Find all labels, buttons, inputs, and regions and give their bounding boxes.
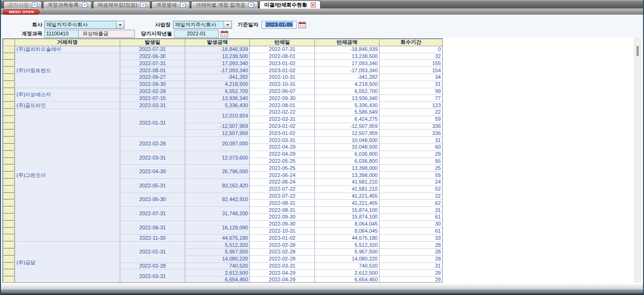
grid-section: 거래처명발생일발생금액반제일반제금액회수기간 (주)갤러리드솔레이2022-07… <box>1 38 643 289</box>
row-selector[interactable] <box>3 193 15 200</box>
collection-days-cell: 25 <box>380 165 443 172</box>
collection-days-cell: 61 <box>380 213 443 220</box>
row-selector[interactable] <box>3 207 15 214</box>
settlement-date-cell: 2023-01-02 <box>250 130 315 137</box>
occurrence-date-cell: 2022-03-31 <box>120 270 185 283</box>
row-selector[interactable] <box>3 165 15 172</box>
settlement-date-cell: 2023-01-02 <box>250 60 315 67</box>
settlement-date-cell: 2022-05-25 <box>250 165 315 172</box>
collection-days-cell: 22 <box>380 193 443 200</box>
row-selector[interactable] <box>3 220 15 228</box>
grid-column-header: 회수기간 <box>380 39 443 46</box>
row-selector[interactable] <box>3 228 15 235</box>
vertical-scrollbar[interactable] <box>634 38 641 282</box>
row-selector[interactable] <box>3 200 15 207</box>
row-selector[interactable] <box>3 81 15 88</box>
tab-close-icon[interactable]: × <box>32 2 37 8</box>
occurrence-amount-cell: 2,612,500 <box>185 270 250 277</box>
vertical-scrollbar-thumb[interactable] <box>636 46 639 56</box>
row-selector[interactable] <box>3 116 15 123</box>
occurrence-amount-cell: 16,128,090 <box>185 220 250 235</box>
account-name-input[interactable]: 외상매출금 <box>78 30 135 38</box>
tab-close-icon[interactable]: × <box>180 2 185 8</box>
settlement-amount-cell: 740,520 <box>315 262 380 270</box>
tab-close-icon[interactable]: × <box>311 2 316 8</box>
row-selector[interactable] <box>3 123 15 130</box>
workplace-select[interactable]: 제일저지주식회사 <box>173 21 232 29</box>
row-selector[interactable] <box>3 262 15 270</box>
row-selector[interactable] <box>3 137 15 144</box>
occurrence-amount-cell: 5,336,430 <box>185 102 250 109</box>
occurrence-date-cell: 2022-06-30 <box>120 53 185 60</box>
tab-2[interactable]: 계정과목등록× <box>43 1 92 8</box>
status-bar <box>1 289 643 295</box>
base-date-value: 2023-01-05 <box>265 22 293 27</box>
period-start-calendar-button[interactable] <box>221 30 228 37</box>
grid-header-row: 거래처명발생일발생금액반제일반제금액회수기간 <box>3 39 443 46</box>
settlement-amount-cell: 13,398,000 <box>315 165 380 172</box>
account-code-input[interactable]: 11100410 <box>44 30 79 38</box>
tab-close-icon[interactable]: × <box>248 2 254 8</box>
occurrence-date-cell: 2022-03-31 <box>120 151 185 165</box>
table-row: (주)골드라인2022-03-315,336,4302022-08-015,33… <box>3 102 443 109</box>
grid-column-header: 발생금액 <box>185 39 250 46</box>
row-selector[interactable] <box>3 185 15 193</box>
tab-5[interactable]: 거래처별 계정 집계표× <box>191 1 258 8</box>
occurrence-amount-cell: -12,507,959 <box>185 123 250 130</box>
settlement-date-cell: 2022-09-30 <box>250 95 315 102</box>
row-selector[interactable] <box>3 88 15 95</box>
tab-close-icon[interactable]: × <box>82 2 87 8</box>
row-selector[interactable] <box>3 172 15 179</box>
collection-days-cell: 29 <box>380 277 443 283</box>
chevron-down-icon <box>116 21 124 28</box>
settlement-amount-cell: 6,036,800 <box>315 151 380 158</box>
row-selector[interactable] <box>3 74 15 81</box>
row-selector[interactable] <box>3 248 15 255</box>
row-selector[interactable] <box>3 95 15 102</box>
settlement-date-cell: 2023-01-02 <box>250 123 315 130</box>
occurrence-amount-cell: 740,520 <box>185 262 250 270</box>
row-selector[interactable] <box>3 242 15 249</box>
period-start-input[interactable]: 2022-01 <box>174 30 219 38</box>
row-selector[interactable] <box>3 60 15 67</box>
tab-label: 계정과목등록 <box>48 1 79 8</box>
row-selector[interactable] <box>3 277 15 283</box>
menu-open-button[interactable]: MENU OPEN <box>3 9 40 15</box>
tab-4[interactable]: 계정명세× <box>151 1 190 8</box>
row-selector[interactable] <box>3 178 15 185</box>
row-selector[interactable] <box>3 158 15 165</box>
occurrence-amount-cell: 31,748,200 <box>185 207 250 221</box>
settlement-amount-cell: 6,424,275 <box>315 116 380 123</box>
collection-days-cell: 60 <box>380 143 443 151</box>
settlement-date-cell: 2022-08-31 <box>250 207 315 214</box>
row-selector[interactable] <box>3 109 15 116</box>
collection-days-cell: 55 <box>380 158 443 165</box>
row-selector[interactable] <box>3 143 15 151</box>
tab-6[interactable]: 미결/반제회수현황× <box>259 0 320 8</box>
horizontal-scrollbar[interactable] <box>1 283 643 289</box>
row-selector[interactable] <box>3 130 15 137</box>
tab-close-icon[interactable]: × <box>140 2 146 8</box>
company-select[interactable]: 제일저지주식회사 <box>44 21 124 29</box>
settlement-date-cell: 2022-02-22 <box>250 109 315 116</box>
calendar-icon <box>221 30 228 37</box>
settlement-amount-cell: 10,048,500 <box>315 137 380 144</box>
base-date-input[interactable]: 2023-01-05 <box>262 21 297 29</box>
table-row: (주)그린조이2022-01-3112,010,9242022-02-225,5… <box>3 109 443 116</box>
row-selector[interactable] <box>3 46 15 53</box>
row-selector[interactable] <box>3 151 15 158</box>
tab-3[interactable]: 채권채무장(전표)× <box>93 1 150 8</box>
row-selector[interactable] <box>3 67 15 74</box>
occurrence-date-cell: 2022-03-31 <box>120 102 185 109</box>
row-selector[interactable] <box>3 102 15 109</box>
collection-days-cell: 31 <box>380 207 443 214</box>
settlement-date-cell: 2022-05-25 <box>250 158 315 165</box>
row-selector[interactable] <box>3 53 15 60</box>
row-selector[interactable] <box>3 255 15 262</box>
tab-1[interactable]: 공지사항× <box>3 1 42 8</box>
row-selector[interactable] <box>3 213 15 220</box>
base-date-calendar-button[interactable] <box>298 21 306 28</box>
row-selector[interactable] <box>3 270 15 277</box>
settlement-date-cell: 2022-04-29 <box>250 143 315 151</box>
row-selector[interactable] <box>3 235 15 242</box>
